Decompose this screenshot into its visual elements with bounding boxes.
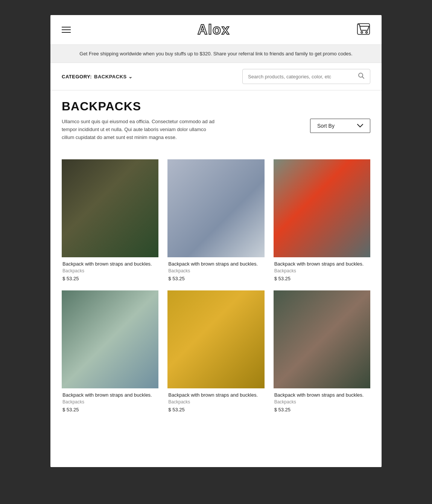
main-content: BACKPACKS Ullamco sunt quis qui eiusmod … [50,90,382,428]
product-category: Backpacks [62,268,158,273]
product-info: Backpack with brown straps and buckles. … [167,388,264,412]
svg-line-4 [362,77,364,79]
page-container: Alox Get Free shipping worldwide when yo… [50,15,382,467]
product-category: Backpacks [168,268,263,273]
product-image [167,159,264,257]
search-icon[interactable] [358,72,365,81]
product-card[interactable]: Backpack with brown straps and buckles. … [274,159,370,281]
product-info: Backpack with brown straps and buckles. … [167,257,264,281]
product-card[interactable]: Backpack with brown straps and buckles. … [62,290,158,412]
product-name: Backpack with brown straps and buckles. [62,392,158,398]
product-name: Backpack with brown straps and buckles. [168,261,263,267]
product-category: Backpacks [62,399,158,405]
product-price: $ 53.25 [274,276,370,281]
product-image [62,290,158,388]
product-image [274,159,370,257]
product-price: $ 53.25 [168,276,263,281]
product-category: Backpacks [274,268,370,273]
product-card[interactable]: Backpack with brown straps and buckles. … [62,159,158,281]
page-title: BACKPACKS [62,99,370,113]
page-description: Ullamco sunt quis qui eiusmod ea officia… [62,118,220,141]
products-grid: Backpack with brown straps and buckles. … [62,159,370,412]
promo-banner: Get Free shipping worldwide when you buy… [50,45,382,63]
menu-icon[interactable] [62,27,71,33]
product-info: Backpack with brown straps and buckles. … [274,257,370,281]
category-filter: CATEGORY: BACKPACKS ⌄ [62,74,132,79]
product-name: Backpack with brown straps and buckles. [62,261,158,267]
search-box[interactable] [242,69,370,84]
product-price: $ 53.25 [274,407,370,412]
filter-row: CATEGORY: BACKPACKS ⌄ [50,63,382,90]
product-image [62,159,158,257]
product-card[interactable]: Backpack with brown straps and buckles. … [167,159,264,281]
category-dropdown[interactable]: BACKPACKS ⌄ [94,74,132,79]
product-name: Backpack with brown straps and buckles. [274,261,370,267]
product-image [274,290,370,388]
product-category: Backpacks [168,399,263,405]
product-info: Backpack with brown straps and buckles. … [62,388,158,412]
product-price: $ 53.25 [62,276,158,281]
header: Alox [50,15,382,45]
product-name: Backpack with brown straps and buckles. [274,392,370,398]
svg-point-1 [366,32,368,34]
svg-point-0 [361,32,363,34]
logo: Alox [198,22,230,38]
product-image [167,290,264,388]
product-card[interactable]: Backpack with brown straps and buckles. … [167,290,264,412]
chevron-down-icon [357,123,363,129]
sort-dropdown[interactable]: Sort By [310,119,370,133]
product-category: Backpacks [274,399,370,405]
product-card[interactable]: Backpack with brown straps and buckles. … [274,290,370,412]
product-price: $ 53.25 [168,407,263,412]
product-info: Backpack with brown straps and buckles. … [62,257,158,281]
product-price: $ 53.25 [62,407,158,412]
product-info: Backpack with brown straps and buckles. … [274,388,370,412]
cart-icon[interactable] [357,22,370,37]
search-input[interactable] [248,74,356,79]
product-name: Backpack with brown straps and buckles. [168,392,263,398]
chevron-down-icon: ⌄ [128,74,133,79]
